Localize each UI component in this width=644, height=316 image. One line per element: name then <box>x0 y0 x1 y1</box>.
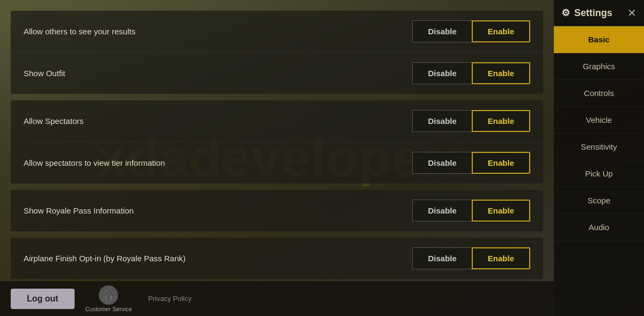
disable-spectators-tier-button[interactable]: Disable <box>412 152 471 174</box>
sidebar-item-scope[interactable]: Scope <box>554 187 644 214</box>
close-button[interactable]: ✕ <box>627 6 636 19</box>
disable-allow-others-button[interactable]: Disable <box>412 20 471 42</box>
sidebar-item-graphics[interactable]: Graphics <box>554 53 644 80</box>
sidebar-item-basic[interactable]: Basic <box>554 26 644 53</box>
setting-label-airplane-finish: Airplane Finish Opt-in (by Royale Pass R… <box>24 254 186 263</box>
panel-2: Allow Spectators Disable Enable Allow sp… <box>11 100 543 183</box>
panel-4: Airplane Finish Opt-in (by Royale Pass R… <box>11 238 543 279</box>
sidebar-item-sensitivity[interactable]: Sensitivity <box>554 134 644 160</box>
setting-row-show-outfit: Show Outfit Disable Enable <box>11 53 543 94</box>
sidebar-item-pickup[interactable]: Pick Up <box>554 160 644 187</box>
settings-title-text: Settings <box>574 8 612 19</box>
btn-group-royale-pass: Disable Enable <box>412 200 530 222</box>
enable-allow-others-button[interactable]: Enable <box>472 20 530 42</box>
gear-icon: ⚙ <box>561 7 570 19</box>
bottom-bar: Log out 🎧 Customer Service Privacy Polic… <box>0 281 554 316</box>
settings-title: ⚙ Settings <box>561 7 612 19</box>
setting-label-royale-pass: Show Royale Pass Information <box>24 206 134 215</box>
sidebar-item-vehicle[interactable]: Vehicle <box>554 107 644 134</box>
setting-label-allow-spectators: Allow Spectators <box>24 116 84 126</box>
disable-airplane-finish-button[interactable]: Disable <box>412 247 471 269</box>
enable-royale-pass-button[interactable]: Enable <box>472 200 530 222</box>
sidebar-item-audio[interactable]: Audio <box>554 214 644 241</box>
setting-row-royale-pass: Show Royale Pass Information Disable Ena… <box>11 190 543 231</box>
disable-show-outfit-button[interactable]: Disable <box>412 62 471 84</box>
sidebar-header: ⚙ Settings ✕ <box>554 0 644 26</box>
enable-spectators-tier-button[interactable]: Enable <box>472 152 530 174</box>
logout-button[interactable]: Log out <box>11 289 75 309</box>
setting-row-airplane-finish: Airplane Finish Opt-in (by Royale Pass R… <box>11 238 543 279</box>
setting-label-allow-others: Allow others to see your results <box>24 27 135 36</box>
disable-allow-spectators-button[interactable]: Disable <box>412 110 471 132</box>
customer-service-label: Customer Service <box>85 306 132 312</box>
setting-row-allow-others: Allow others to see your results Disable… <box>11 11 543 53</box>
panel-3: Show Royale Pass Information Disable Ena… <box>11 190 543 231</box>
setting-label-show-outfit: Show Outfit <box>24 69 65 78</box>
setting-row-allow-spectators: Allow Spectators Disable Enable <box>11 100 543 142</box>
enable-show-outfit-button[interactable]: Enable <box>472 62 530 84</box>
enable-allow-spectators-button[interactable]: Enable <box>472 110 530 132</box>
disable-royale-pass-button[interactable]: Disable <box>412 200 471 222</box>
sidebar-menu: Basic Graphics Controls Vehicle Sensitiv… <box>554 26 644 316</box>
privacy-policy-link[interactable]: Privacy Policy <box>148 295 192 303</box>
sidebar: ⚙ Settings ✕ Basic Graphics Controls Veh… <box>554 0 644 316</box>
btn-group-spectators-tier: Disable Enable <box>412 152 530 174</box>
btn-group-allow-spectators: Disable Enable <box>412 110 530 132</box>
setting-label-spectators-tier: Allow spectators to view tier informatio… <box>24 158 165 167</box>
main-content: Allow others to see your results Disable… <box>0 0 554 316</box>
customer-service-icon: 🎧 <box>99 285 118 305</box>
enable-airplane-finish-button[interactable]: Enable <box>472 247 530 269</box>
btn-group-allow-others: Disable Enable <box>412 20 530 42</box>
panel-1: Allow others to see your results Disable… <box>11 11 543 94</box>
btn-group-airplane-finish: Disable Enable <box>412 247 530 269</box>
customer-service-button[interactable]: 🎧 Customer Service <box>85 285 132 312</box>
setting-row-spectators-tier: Allow spectators to view tier informatio… <box>11 142 543 183</box>
sidebar-item-controls[interactable]: Controls <box>554 80 644 107</box>
btn-group-show-outfit: Disable Enable <box>412 62 530 84</box>
